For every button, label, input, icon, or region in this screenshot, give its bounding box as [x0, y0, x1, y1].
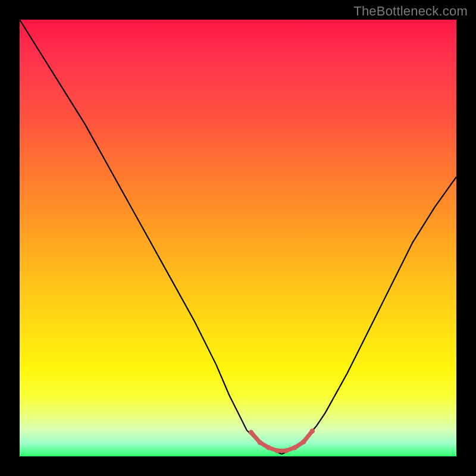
accent-dot — [310, 428, 315, 433]
accent-dot — [249, 430, 253, 434]
curve-left-branch — [20, 20, 281, 454]
accent-dot — [266, 445, 271, 450]
watermark-text: TheBottleneck.com — [353, 4, 468, 19]
accent-dot — [292, 445, 297, 450]
accent-dot — [275, 448, 280, 453]
curve-right-branch — [281, 177, 456, 454]
plot-area — [20, 20, 456, 456]
accent-dot — [258, 440, 262, 444]
accent-dot — [301, 440, 306, 444]
chart-svg — [20, 20, 456, 456]
accent-dot — [284, 448, 289, 453]
outer-frame: TheBottleneck.com — [0, 0, 476, 476]
